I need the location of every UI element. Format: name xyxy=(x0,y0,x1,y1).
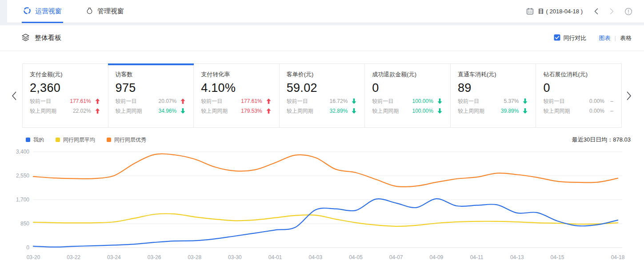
compare-value: 22.02% xyxy=(73,107,91,114)
tab-management-view[interactable]: 管理视窗 xyxy=(86,0,124,23)
down-arrow-icon xyxy=(437,108,442,114)
refresh-circle-icon xyxy=(23,7,31,16)
metric-compare-row: 较前一日177.61% xyxy=(30,98,100,105)
y-axis-label: 1,700 xyxy=(16,197,29,203)
next-date-button[interactable] xyxy=(610,8,614,15)
compare-value: 5.37% xyxy=(504,98,519,105)
compare-value: 177.61% xyxy=(70,98,91,105)
legend-mine[interactable]: 我的 xyxy=(26,136,44,144)
tab-operations-view[interactable]: 运营视窗 xyxy=(23,0,62,23)
metric-title: 访客数 xyxy=(116,71,186,79)
x-axis-label: 04-01 xyxy=(268,254,282,260)
checkbox-checked-icon[interactable] xyxy=(554,34,560,42)
series-line-peer-avg[interactable] xyxy=(33,214,618,226)
compare-label: 较前一日 xyxy=(116,98,137,105)
compare-value: 0.00% xyxy=(589,107,604,114)
down-arrow-icon xyxy=(437,99,442,104)
compare-value: 177.61% xyxy=(241,98,262,105)
down-arrow-icon xyxy=(352,108,356,114)
legend-label: 同行同层平均 xyxy=(63,136,95,144)
metric-value: 59.02 xyxy=(287,81,357,95)
compare-label: 较上周同期 xyxy=(201,107,228,114)
cards-scroll-left-button[interactable] xyxy=(12,91,16,100)
compare-value: 20.07% xyxy=(158,98,176,105)
metric-card-1[interactable]: 支付金额(元)2,360较前一日177.61%较上周同期22.02% xyxy=(23,64,108,127)
metric-compare-row: 较上周同期34.96% xyxy=(116,107,186,114)
metric-compare-row: 较上周同期32.89% xyxy=(287,107,357,114)
flat-dash-icon: – xyxy=(610,107,613,114)
compare-label: 较前一日 xyxy=(30,98,51,105)
metric-title: 支付转化率 xyxy=(201,71,271,79)
up-arrow-icon xyxy=(95,99,100,104)
metric-card-3[interactable]: 支付转化率4.10%较前一日177.61%较上周同期179.53% xyxy=(194,64,280,127)
prev-date-button[interactable] xyxy=(594,8,598,15)
legend-peer-avg[interactable]: 同行同层平均 xyxy=(56,136,95,144)
metric-compare-row: 较上周同期22.02% xyxy=(30,107,100,114)
compare-label: 较上周同期 xyxy=(543,107,570,114)
up-arrow-icon xyxy=(95,108,100,114)
date-granularity[interactable]: 日 xyxy=(538,8,544,16)
metric-title: 钻石展位消耗(元) xyxy=(543,71,613,79)
section-tools: 同行对比 图表 | 表格 xyxy=(554,34,632,42)
metric-compare-row: 较前一日0.00%– xyxy=(543,98,613,105)
peer-compare-toggle[interactable]: 同行对比 xyxy=(554,34,587,42)
info-icon[interactable] xyxy=(624,8,632,16)
x-axis-label: 03-24 xyxy=(107,254,121,260)
chart-header: 我的同行同层平均同行同层优秀 最近30日日均：878.03 xyxy=(26,136,631,144)
trend-chart[interactable]: 08501,7002,5503,40003-2003-2203-2403-260… xyxy=(0,146,644,266)
metric-card-6[interactable]: 直通车消耗(元)89较前一日5.37%较上周同期39.89% xyxy=(451,64,536,127)
series-line-peer-best[interactable] xyxy=(33,154,618,187)
compare-label: 较上周同期 xyxy=(30,107,56,114)
view-tabs: 运营视窗 管理视窗 xyxy=(23,0,148,23)
x-axis-label: 03-28 xyxy=(188,254,201,260)
flat-dash-icon: – xyxy=(610,98,613,105)
x-axis-label: 04-03 xyxy=(308,254,322,260)
down-arrow-icon xyxy=(180,108,185,114)
legend-swatch-icon xyxy=(107,138,111,142)
y-axis-label: 0 xyxy=(26,244,29,251)
metric-compare-row: 较前一日177.61% xyxy=(201,98,271,105)
view-mode-table[interactable]: 表格 xyxy=(620,34,632,42)
compare-value: 32.89% xyxy=(330,107,348,114)
up-arrow-icon xyxy=(266,108,271,114)
metric-card-4[interactable]: 客单价(元)59.02较前一日16.72%较上周同期32.89% xyxy=(280,64,365,127)
section-header: 整体看板 同行对比 图表 | 表格 xyxy=(0,25,644,51)
x-axis-label: 03-26 xyxy=(148,254,161,260)
metric-card-2[interactable]: 访客数975较前一日20.07%较上周同期34.96% xyxy=(108,64,194,127)
legend-peer-best[interactable]: 同行同层优秀 xyxy=(107,136,146,144)
layers-icon xyxy=(21,33,30,43)
date-range[interactable]: ( 2018-04-18 ) xyxy=(546,8,583,15)
section-title-group: 整体看板 xyxy=(21,33,61,43)
cards-scroll-right-button[interactable] xyxy=(627,91,632,100)
calendar-icon[interactable] xyxy=(526,8,534,15)
compare-label: 较上周同期 xyxy=(287,107,313,114)
y-axis-label: 2,550 xyxy=(16,173,29,179)
section-title: 整体看板 xyxy=(35,34,61,42)
compare-label: 较上周同期 xyxy=(458,107,484,114)
overview-panel: 整体看板 同行对比 图表 | 表格 支付金额(元)2,360较前一日177.61… xyxy=(0,25,644,276)
view-mode-chart[interactable]: 图表 xyxy=(599,34,611,42)
x-axis-label: 03-22 xyxy=(67,254,80,260)
metric-compare-row: 较前一日5.37% xyxy=(458,98,528,105)
compare-label: 较前一日 xyxy=(458,98,479,105)
up-arrow-icon xyxy=(266,99,271,104)
metric-cards: 支付金额(元)2,360较前一日177.61%较上周同期22.02%访客数975… xyxy=(22,63,622,128)
metric-title: 直通车消耗(元) xyxy=(458,71,528,79)
avg-30d-note: 最近30日日均：878.03 xyxy=(572,136,631,144)
metric-card-5[interactable]: 成功退款金额(元)0较前一日100.00%较上周同期100.00% xyxy=(365,64,451,127)
metric-value: 0 xyxy=(372,81,442,95)
down-arrow-icon xyxy=(523,99,528,104)
compare-value: 39.89% xyxy=(501,107,519,114)
legend-swatch-icon xyxy=(26,138,30,142)
metric-compare-row: 较上周同期0.00%– xyxy=(543,107,613,114)
metric-cards-strip: 支付金额(元)2,360较前一日177.61%较上周同期22.02%访客数975… xyxy=(22,63,622,128)
compare-value: 100.00% xyxy=(412,98,433,105)
compare-label: 较前一日 xyxy=(287,98,308,105)
legend-label: 同行同层优秀 xyxy=(114,136,146,144)
up-arrow-icon xyxy=(180,99,185,104)
metric-card-7[interactable]: 钻石展位消耗(元)0较前一日0.00%–较上周同期0.00%– xyxy=(536,64,621,127)
x-axis-label: 04-07 xyxy=(389,254,403,260)
metric-value: 2,360 xyxy=(30,81,100,95)
x-axis-label: 04-15 xyxy=(551,254,564,260)
x-axis-label: 04-13 xyxy=(510,254,524,260)
